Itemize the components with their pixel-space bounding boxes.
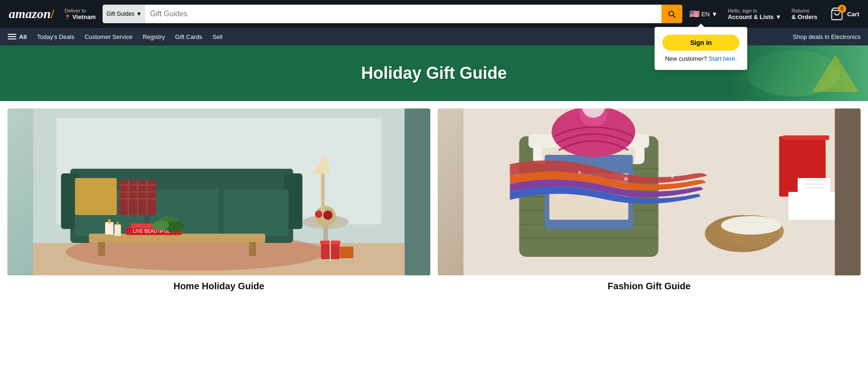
cart-count: 0 [838, 5, 846, 13]
svg-rect-66 [783, 135, 829, 140]
deliver-to[interactable]: Deliver to 📍 Vietnam [61, 6, 99, 23]
nav-all-label: All [19, 33, 27, 40]
search-category-button[interactable]: Gift Guides ▼ [103, 5, 145, 23]
svg-point-29 [108, 219, 111, 223]
svg-point-30 [117, 222, 119, 225]
nav-todays-deals[interactable]: Today's Deals [33, 30, 79, 44]
fashion-scene-svg [438, 108, 861, 275]
svg-point-44 [324, 210, 333, 220]
deliver-to-country: Vietnam [72, 13, 96, 20]
svg-point-33 [153, 221, 169, 230]
location-icon: 📍 [65, 14, 71, 20]
main-content: LIVE BEAUTIFUL [0, 101, 868, 308]
flag-icon: 🇺🇸 [689, 9, 700, 19]
start-here-link[interactable]: Start here. [709, 55, 737, 62]
search-input[interactable] [145, 5, 661, 23]
returns-label: Returns [791, 8, 817, 13]
fashion-gift-card[interactable]: Fashion Gift Guide [438, 108, 861, 293]
cart[interactable]: 0 Cart [824, 2, 862, 25]
lang-chevron-icon: ▼ [712, 11, 718, 18]
nav-gift-cards[interactable]: Gift Cards [171, 30, 207, 44]
account-menu[interactable]: Hello, sign in Account & Lists ▼ [725, 6, 784, 23]
home-holiday-label: Home Holiday Guide [7, 275, 430, 293]
home-scene-svg: LIVE BEAUTIFUL [7, 108, 430, 275]
fashion-gift-image [438, 108, 861, 275]
account-label: Account & Lists ▼ [728, 13, 781, 20]
amazon-logo: amazon/ [9, 7, 54, 20]
nav-customer-service[interactable]: Customer Service [80, 30, 136, 44]
nav-electronics-deals[interactable]: Shop deals in Electronics [789, 31, 864, 43]
home-holiday-card[interactable]: LIVE BEAUTIFUL [7, 108, 430, 293]
cart-label: Cart [847, 11, 859, 18]
account-greeting: Hello, sign in [728, 8, 781, 13]
nav-registry[interactable]: Registry [138, 30, 169, 44]
deliver-to-row: 📍 Vietnam [65, 13, 96, 20]
amazon-logo-link[interactable]: amazon/ [6, 5, 58, 23]
signin-dropdown: Sign in New customer? Start here. [654, 27, 747, 70]
svg-rect-27 [102, 235, 116, 238]
language-selector[interactable]: 🇺🇸 EN ▼ [686, 6, 721, 21]
svg-rect-21 [98, 242, 105, 256]
hamburger-icon [8, 34, 16, 39]
orders-label: & Orders [791, 13, 817, 20]
svg-point-74 [624, 177, 628, 181]
nav-sell[interactable]: Sell [208, 30, 227, 44]
deliver-to-label: Deliver to [65, 8, 96, 13]
svg-point-64 [721, 216, 782, 235]
svg-point-43 [315, 210, 323, 218]
nav-all-button[interactable]: All [4, 30, 31, 44]
svg-rect-42 [340, 247, 354, 258]
svg-rect-12 [75, 178, 117, 215]
svg-rect-22 [249, 242, 256, 256]
signin-button[interactable]: Sign in [662, 35, 739, 51]
svg-rect-11 [224, 190, 289, 236]
new-customer-text: New customer? Start here. [662, 55, 739, 62]
account-chevron-icon: ▼ [775, 13, 781, 20]
svg-rect-37 [321, 173, 325, 215]
search-icon [667, 9, 676, 19]
chevron-down-icon: ▼ [136, 11, 142, 17]
home-holiday-image: LIVE BEAUTIFUL [7, 108, 430, 275]
fashion-gift-label: Fashion Gift Guide [438, 275, 861, 293]
svg-rect-26 [105, 222, 114, 236]
search-bar: Gift Guides ▼ [103, 5, 682, 23]
returns-orders[interactable]: Returns & Orders [788, 6, 821, 23]
header: amazon/ Deliver to 📍 Vietnam Gift Guides… [0, 0, 868, 28]
lang-label: EN [701, 11, 710, 18]
svg-rect-28 [115, 224, 121, 236]
svg-point-75 [578, 171, 581, 174]
product-grid: LIVE BEAUTIFUL [7, 108, 861, 293]
search-button[interactable] [661, 5, 682, 23]
search-category-label: Gift Guides [106, 11, 134, 17]
svg-point-76 [671, 176, 674, 178]
banner-title: Holiday Gift Guide [361, 64, 507, 83]
amazon-smile: / [51, 6, 54, 21]
